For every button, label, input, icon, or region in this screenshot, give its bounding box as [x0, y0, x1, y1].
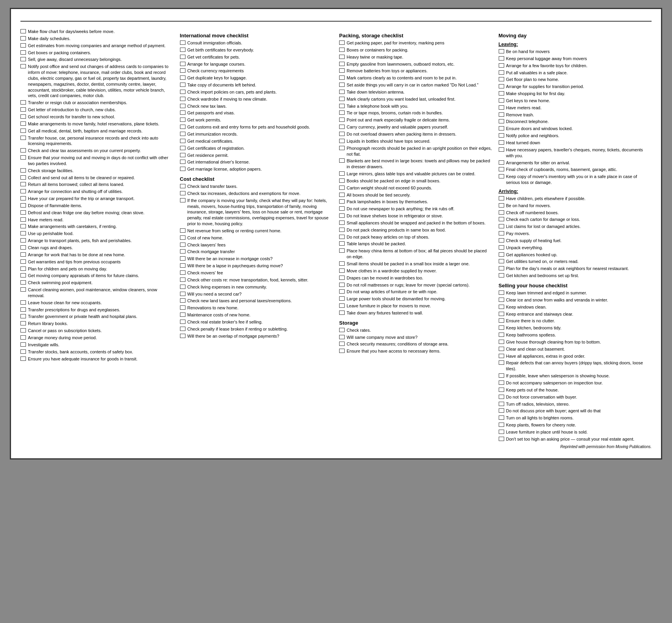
checkbox-icon[interactable] — [499, 70, 504, 75]
checkbox-icon[interactable] — [499, 437, 504, 441]
checkbox-icon[interactable] — [339, 75, 345, 80]
checkbox-icon[interactable] — [499, 354, 504, 358]
checkbox-icon[interactable] — [339, 213, 345, 218]
checkbox-icon[interactable] — [339, 193, 345, 197]
checkbox-icon[interactable] — [339, 342, 345, 346]
checkbox-icon[interactable] — [499, 147, 504, 152]
checkbox-icon[interactable] — [499, 273, 504, 278]
checkbox-icon[interactable] — [499, 126, 504, 130]
checkbox-icon[interactable] — [180, 305, 185, 310]
checkbox-icon[interactable] — [499, 196, 504, 200]
checkbox-icon[interactable] — [499, 98, 504, 103]
checkbox-icon[interactable] — [499, 423, 504, 427]
checkbox-icon[interactable] — [20, 168, 26, 173]
checkbox-icon[interactable] — [20, 64, 26, 68]
checkbox-icon[interactable] — [180, 292, 185, 296]
checkbox-icon[interactable] — [20, 107, 26, 112]
checkbox-icon[interactable] — [20, 252, 26, 257]
checkbox-icon[interactable] — [499, 119, 504, 123]
checkbox-icon[interactable] — [339, 68, 345, 73]
checkbox-icon[interactable] — [180, 235, 185, 240]
checkbox-icon[interactable] — [20, 43, 26, 48]
checkbox-icon[interactable] — [499, 203, 504, 208]
checkbox-icon[interactable] — [20, 189, 26, 193]
checkbox-icon[interactable] — [339, 228, 345, 232]
checkbox-icon[interactable] — [499, 298, 504, 302]
checkbox-icon[interactable] — [339, 296, 345, 301]
checkbox-icon[interactable] — [180, 83, 185, 87]
checkbox-icon[interactable] — [499, 395, 504, 399]
checkbox-icon[interactable] — [499, 238, 504, 243]
checkbox-icon[interactable] — [499, 84, 504, 88]
checkbox-icon[interactable] — [499, 340, 504, 344]
checkbox-icon[interactable] — [180, 104, 185, 108]
checkbox-icon[interactable] — [339, 158, 345, 163]
checkbox-icon[interactable] — [339, 235, 345, 239]
checkbox-icon[interactable] — [499, 91, 504, 96]
checkbox-icon[interactable] — [180, 118, 185, 122]
checkbox-icon[interactable] — [339, 206, 345, 211]
checkbox-icon[interactable] — [180, 184, 185, 188]
checkbox-icon[interactable] — [499, 402, 504, 406]
checkbox-icon[interactable] — [180, 40, 185, 45]
checkbox-icon[interactable] — [499, 380, 504, 385]
checkbox-icon[interactable] — [339, 248, 345, 253]
checkbox-icon[interactable] — [499, 217, 504, 221]
checkbox-icon[interactable] — [180, 320, 185, 324]
checkbox-icon[interactable] — [339, 303, 345, 308]
checkbox-icon[interactable] — [499, 140, 504, 145]
checkbox-icon[interactable] — [180, 160, 185, 164]
checkbox-icon[interactable] — [339, 171, 345, 176]
checkbox-icon[interactable] — [180, 97, 185, 101]
checkbox-icon[interactable] — [180, 68, 185, 73]
checkbox-icon[interactable] — [20, 238, 26, 243]
checkbox-icon[interactable] — [339, 283, 345, 287]
checkbox-icon[interactable] — [499, 415, 504, 420]
checkbox-icon[interactable] — [339, 104, 345, 108]
checkbox-icon[interactable] — [499, 430, 504, 434]
checkbox-icon[interactable] — [20, 259, 26, 264]
checkbox-icon[interactable] — [339, 48, 345, 52]
checkbox-icon[interactable] — [499, 266, 504, 270]
checkbox-icon[interactable] — [20, 155, 26, 160]
checkbox-icon[interactable] — [180, 270, 185, 275]
checkbox-icon[interactable] — [499, 325, 504, 330]
checkbox-icon[interactable] — [499, 252, 504, 257]
checkbox-icon[interactable] — [20, 129, 26, 133]
checkbox-icon[interactable] — [499, 259, 504, 263]
checkbox-icon[interactable] — [339, 335, 345, 339]
checkbox-icon[interactable] — [20, 114, 26, 119]
checkbox-icon[interactable] — [20, 307, 26, 312]
checkbox-icon[interactable] — [339, 83, 345, 87]
checkbox-icon[interactable] — [339, 276, 345, 280]
checkbox-icon[interactable] — [20, 50, 26, 55]
checkbox-icon[interactable] — [339, 90, 345, 94]
checkbox-icon[interactable] — [20, 175, 26, 180]
checkbox-icon[interactable] — [20, 224, 26, 228]
checkbox-icon[interactable] — [180, 334, 185, 338]
checkbox-icon[interactable] — [339, 97, 345, 101]
checkbox-icon[interactable] — [339, 261, 345, 266]
checkbox-icon[interactable] — [180, 243, 185, 247]
checkbox-icon[interactable] — [180, 228, 185, 233]
checkbox-icon[interactable] — [499, 333, 504, 337]
checkbox-icon[interactable] — [180, 132, 185, 136]
checkbox-icon[interactable] — [20, 280, 26, 285]
checkbox-icon[interactable] — [339, 40, 345, 45]
checkbox-icon[interactable] — [499, 160, 504, 165]
checkbox-icon[interactable] — [180, 256, 185, 261]
checkbox-icon[interactable] — [20, 335, 26, 340]
checkbox-icon[interactable] — [339, 289, 345, 294]
checkbox-icon[interactable] — [499, 388, 504, 392]
checkbox-icon[interactable] — [180, 278, 185, 282]
checkbox-icon[interactable] — [180, 167, 185, 171]
checkbox-icon[interactable] — [339, 328, 345, 332]
checkbox-icon[interactable] — [20, 314, 26, 318]
checkbox-icon[interactable] — [20, 203, 26, 208]
checkbox-icon[interactable] — [180, 48, 185, 52]
checkbox-icon[interactable] — [180, 327, 185, 331]
checkbox-icon[interactable] — [180, 191, 185, 195]
checkbox-icon[interactable] — [180, 139, 185, 143]
checkbox-icon[interactable] — [339, 125, 345, 129]
checkbox-icon[interactable] — [499, 224, 504, 228]
